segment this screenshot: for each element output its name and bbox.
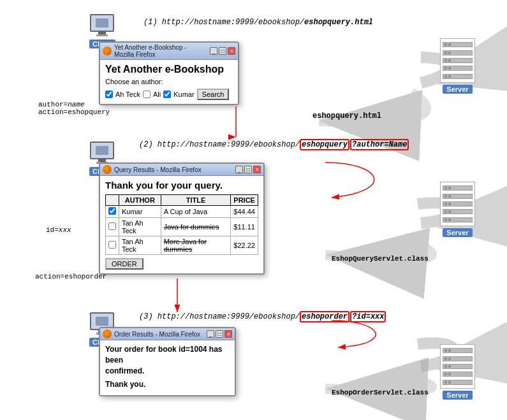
url-step3-host: hostname: [189, 312, 226, 321]
minimize-button-3[interactable]: _: [207, 330, 214, 338]
firefox-icon-2: [103, 165, 112, 174]
diagram: Client Client Client Server: [0, 0, 507, 420]
server-icon-1: Server: [440, 38, 475, 94]
server-label-3: Server: [443, 391, 472, 400]
order-confirmation-text: Your order for book id=1004 has been con…: [105, 344, 230, 376]
row3-title: More Java for dummies: [161, 236, 231, 255]
url-step1-prefix: (1) http://: [143, 18, 194, 27]
table-row: Kumar A Cup of Java $44.44: [106, 206, 258, 218]
server-box-2: [440, 182, 475, 226]
titlebar-text-3: Order Results - Mozilla Firefox: [114, 331, 204, 338]
row3-author: Tan Ah Teck: [119, 236, 161, 255]
monitor-icon-2: [90, 141, 114, 159]
id-label: id=xxx: [46, 226, 71, 234]
file-label-1: eshopquery.html: [312, 112, 381, 120]
shop-heading: Yet Another e-Bookshop: [105, 64, 233, 75]
server-box-1: [440, 38, 475, 83]
firefox-icon-3: [103, 329, 112, 338]
titlebar-2: Query Results - Mozilla Firefox _ □ ✕: [100, 164, 263, 176]
table-row: Tan Ah Teck More Java for dummies $22.22: [106, 236, 258, 255]
col-title: TITLE: [161, 195, 231, 206]
close-button-2[interactable]: ✕: [253, 166, 261, 173]
url-step2: (2) http://hostname:9999/ebookshop/eshop…: [139, 140, 409, 149]
row2-check: [106, 218, 119, 236]
url-step2-servlet: eshopquery: [300, 139, 349, 150]
url-step2-param: ?author=Name: [350, 139, 409, 150]
checkbox-ali[interactable]: [143, 91, 151, 98]
results-table: AUTHOR TITLE PRICE Kumar A Cup of Java $…: [105, 194, 258, 255]
browser-content-3: Your order for book id=1004 has been con…: [100, 340, 235, 395]
row2-author: Tan Ah Teck: [119, 218, 161, 236]
order-thanks-text: Thank you.: [105, 380, 230, 389]
url-step3-port: :9999/ebookshop/: [226, 312, 300, 321]
row2-price: $11.11: [231, 218, 258, 236]
browser-content-1: Yet Another e-Bookshop Choose an author:…: [100, 60, 238, 104]
checkbox-ahteck-label: Ah Teck: [115, 91, 140, 98]
checkbox-ali-label: Ali: [153, 91, 161, 98]
server-box-3: [440, 344, 475, 389]
browser-window-1: Yet Another e-Bookshop - Mozilla Firefox…: [99, 41, 239, 105]
titlebar-3: Order Results - Mozilla Firefox _ □ ✕: [100, 328, 235, 340]
minimize-button-2[interactable]: _: [235, 166, 243, 173]
row1-price: $44.44: [231, 206, 258, 218]
titlebar-text-1: Yet Another e-Bookshop - Mozilla Firefox: [114, 44, 207, 58]
url-step3-servlet: eshoporder: [300, 311, 349, 322]
monitor-icon-1: [90, 14, 114, 32]
checkbox-kumar-label: Kumar: [173, 91, 194, 98]
action-eshopquery-label: action=eshopquery: [38, 108, 110, 116]
col-author: AUTHOR: [119, 195, 161, 206]
checkbox-ahteck[interactable]: [105, 91, 113, 98]
url-step2-host: hostname: [189, 140, 226, 149]
url-step1-host: hostname: [194, 18, 231, 27]
shop-subheading: Choose an author:: [105, 78, 233, 85]
row1-title: A Cup of Java: [161, 206, 231, 218]
minimize-button-1[interactable]: _: [210, 47, 217, 55]
server-icon-2: Server: [440, 182, 475, 237]
titlebar-text-2: Query Results - Mozilla Firefox: [114, 166, 233, 173]
url-step1-port: :9999/ebookshop/: [231, 18, 304, 27]
col-price: PRICE: [231, 195, 258, 206]
results-heading: Thank you for your query.: [105, 180, 258, 191]
url-step1: (1) http://hostname:9999/ebookshop/eshop…: [143, 18, 373, 27]
browser-window-2: Query Results - Mozilla Firefox _ □ ✕ Th…: [99, 163, 265, 275]
action-eshoporder-label: action=eshoporder: [35, 273, 107, 280]
table-row: Tan Ah Teck Java for dummies $11.11: [106, 218, 258, 236]
order-text-line1: Your order for book id=1004 has been: [105, 345, 223, 365]
maximize-button-3[interactable]: □: [216, 330, 223, 338]
url-step1-page: eshopquery.html: [304, 18, 373, 27]
maximize-button-2[interactable]: □: [244, 166, 252, 173]
server-icon-3: Server: [440, 344, 475, 400]
url-step2-port: :9999/ebookshop/: [226, 140, 300, 149]
browser-controls-3[interactable]: _ □ ✕: [207, 330, 232, 338]
order-text-line2: confirmed.: [105, 366, 144, 375]
url-step3-prefix: (3) http://: [139, 312, 189, 321]
order-button[interactable]: ORDER: [105, 258, 143, 270]
url-step3: (3) http://hostname:9999/ebookshop/eshop…: [139, 312, 386, 321]
servlet-label-2: EshopQueryServlet.class: [332, 255, 429, 263]
col-check: [106, 195, 119, 206]
row1-author: Kumar: [119, 206, 161, 218]
server-label-1: Server: [443, 85, 472, 94]
close-button-3[interactable]: ✕: [224, 330, 232, 338]
checkbox-kumar[interactable]: [163, 91, 171, 98]
server-label-2: Server: [443, 228, 472, 237]
row2-title: Java for dummies: [161, 218, 231, 236]
servlet-label-3: EshopOrderServlet.class: [332, 389, 429, 396]
titlebar-1: Yet Another e-Bookshop - Mozilla Firefox…: [100, 43, 238, 60]
firefox-icon-1: [103, 47, 112, 55]
url-step2-prefix: (2) http://: [139, 140, 189, 149]
close-button-1[interactable]: ✕: [228, 47, 235, 55]
browser-window-3: Order Results - Mozilla Firefox _ □ ✕ Yo…: [99, 327, 236, 396]
browser-controls-1[interactable]: _ □ ✕: [210, 47, 235, 55]
browser-content-2: Thank you for your query. AUTHOR TITLE P…: [100, 176, 263, 273]
row3-check: [106, 236, 119, 255]
checkbox-row: Ah Teck Ali Kumar Search: [105, 89, 233, 100]
row3-price: $22.22: [231, 236, 258, 255]
row1-check: [106, 206, 119, 218]
browser-controls-2[interactable]: _ □ ✕: [235, 166, 261, 173]
maximize-button-1[interactable]: □: [219, 47, 226, 55]
url-step3-param: ?id=xxx: [350, 311, 386, 322]
search-button[interactable]: Search: [197, 89, 230, 100]
